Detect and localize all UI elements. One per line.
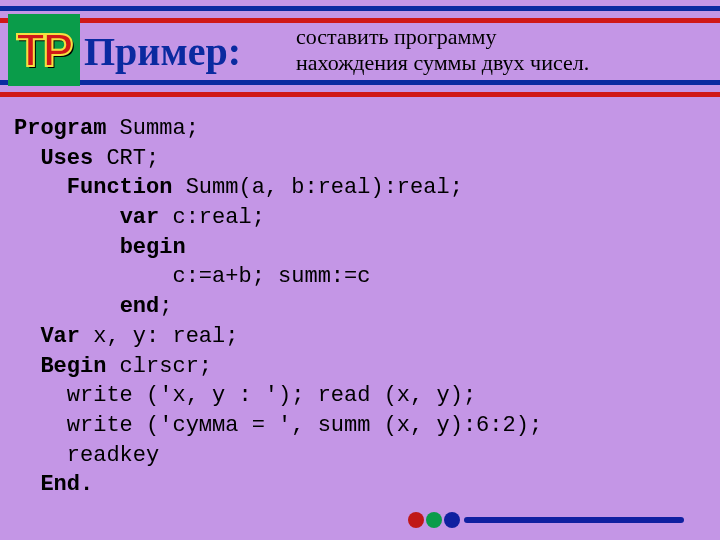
rule-red-bottom — [0, 92, 720, 97]
code-text: Summa; — [106, 116, 198, 141]
kw-program: Program — [14, 116, 106, 141]
slide-header: TP Пример: составить программу нахождени… — [0, 0, 720, 96]
kw-var2: Var — [40, 324, 80, 349]
code-text: CRT; — [93, 146, 159, 171]
kw-var: var — [120, 205, 160, 230]
slide-title: Пример: — [84, 28, 241, 75]
code-text: c:real; — [159, 205, 265, 230]
kw-end: end — [120, 294, 160, 319]
subtitle-line-2: нахождения суммы двух чисел. — [296, 50, 589, 75]
tp-logo: TP — [8, 14, 80, 86]
code-text: Summ(a, b:real):real; — [172, 175, 462, 200]
rule-blue-top — [0, 6, 720, 11]
kw-end2: End. — [40, 472, 93, 497]
footer-bar — [464, 517, 684, 523]
slide-subtitle: составить программу нахождения суммы дву… — [296, 24, 589, 77]
kw-begin2: Begin — [40, 354, 106, 379]
tp-logo-text: TP — [17, 23, 72, 77]
dot-green-icon — [426, 512, 442, 528]
footer-decoration — [408, 512, 684, 528]
rule-blue-bottom — [0, 80, 720, 85]
code-text: readkey — [67, 443, 159, 468]
kw-begin: begin — [120, 235, 186, 260]
kw-uses: Uses — [40, 146, 93, 171]
dot-red-icon — [408, 512, 424, 528]
code-text: c:=a+b; summ:=c — [172, 264, 370, 289]
kw-function: Function — [67, 175, 173, 200]
code-block: Program Summa; Uses CRT; Function Summ(a… — [0, 96, 720, 500]
code-text: ; — [159, 294, 172, 319]
dot-blue-icon — [444, 512, 460, 528]
rule-red-top — [0, 18, 720, 23]
code-text: clrscr; — [106, 354, 212, 379]
code-text: write ('x, y : '); read (x, y); — [67, 383, 476, 408]
code-text: x, y: real; — [80, 324, 238, 349]
subtitle-line-1: составить программу — [296, 24, 496, 49]
code-text: write ('сумма = ', summ (x, y):6:2); — [67, 413, 542, 438]
